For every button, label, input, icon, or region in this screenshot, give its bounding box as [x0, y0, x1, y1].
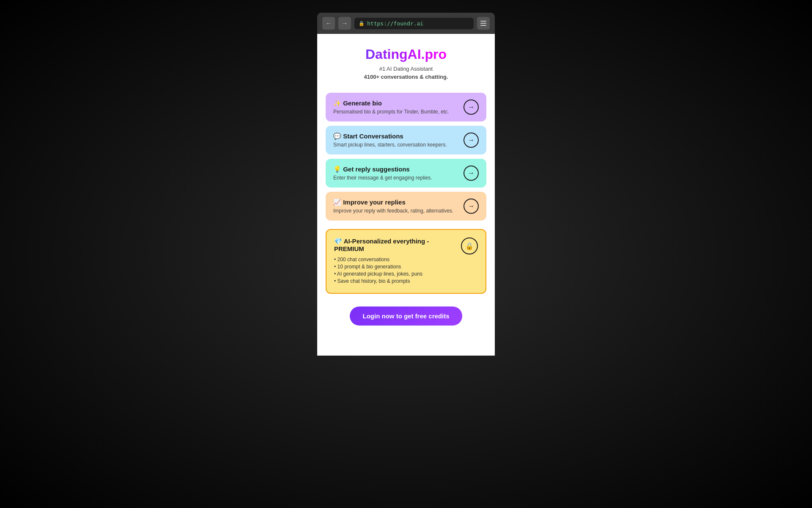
feature-card-content: 💡 Get reply suggestions Enter their mess…: [333, 166, 459, 181]
feature-card-title: ✨ Generate bio: [333, 99, 459, 107]
premium-bullet-3: • AI generated pickup lines, jokes, puns: [334, 271, 457, 277]
back-button[interactable]: ←: [322, 17, 335, 30]
feature-card-title: 💡 Get reply suggestions: [333, 166, 459, 173]
feature-card-content: 💬 Start Conversations Smart pickup lines…: [333, 133, 459, 148]
premium-title: 💎 AI-Personalized everything - PREMIUM: [334, 237, 457, 252]
start-conversations-icon: 💬: [333, 133, 341, 140]
browser-menu-button[interactable]: [477, 17, 490, 30]
feature-card-desc: Personalised bio & prompts for Tinder, B…: [333, 109, 459, 115]
address-bar[interactable]: 🔒 https://foundr.ai: [354, 18, 474, 29]
browser-toolbar: ← → 🔒 https://foundr.ai: [317, 13, 495, 34]
premium-content: 💎 AI-Personalized everything - PREMIUM •…: [334, 237, 457, 285]
premium-bullet-4: • Save chat history, bio & prompts: [334, 278, 457, 284]
generate-bio-arrow[interactable]: →: [464, 99, 479, 115]
reply-suggestions-icon: 💡: [333, 166, 341, 173]
generate-bio-icon: ✨: [333, 99, 341, 107]
premium-card[interactable]: 💎 AI-Personalized everything - PREMIUM •…: [326, 229, 486, 294]
feature-card-title: 📈 Improve your replies: [333, 199, 459, 206]
premium-bullet-2: • 10 prompt & bio generations: [334, 264, 457, 270]
premium-lock-button[interactable]: 🔒: [461, 237, 478, 254]
feature-card-desc: Smart pickup lines, starters, conversati…: [333, 142, 459, 148]
site-subtitle: #1 AI Dating Assistant: [379, 66, 433, 72]
feature-card-reply-suggestions[interactable]: 💡 Get reply suggestions Enter their mess…: [326, 159, 486, 188]
feature-card-desc: Improve your reply with feedback, rating…: [333, 208, 459, 214]
feature-card-start-conversations[interactable]: 💬 Start Conversations Smart pickup lines…: [326, 126, 486, 155]
reply-suggestions-arrow[interactable]: →: [464, 166, 479, 181]
feature-card-content: ✨ Generate bio Personalised bio & prompt…: [333, 99, 459, 115]
premium-icon: 💎: [334, 237, 344, 245]
start-conversations-arrow[interactable]: →: [464, 133, 479, 148]
browser-window: ← → 🔒 https://foundr.ai DatingAI.pro #1 …: [317, 13, 495, 356]
premium-bullet-1: • 200 chat conversations: [334, 257, 457, 262]
page-content: DatingAI.pro #1 AI Dating Assistant 4100…: [317, 34, 495, 356]
login-button[interactable]: Login now to get free credits: [350, 306, 462, 326]
site-title: DatingAI.pro: [365, 47, 447, 62]
hamburger-icon: [480, 21, 486, 26]
url-text: https://foundr.ai: [367, 20, 423, 27]
feature-card-improve-replies[interactable]: 📈 Improve your replies Improve your repl…: [326, 192, 486, 221]
feature-card-content: 📈 Improve your replies Improve your repl…: [333, 199, 459, 214]
improve-replies-arrow[interactable]: →: [464, 199, 479, 214]
feature-card-desc: Enter their message & get engaging repli…: [333, 175, 459, 181]
improve-replies-icon: 📈: [333, 199, 341, 206]
feature-card-generate-bio[interactable]: ✨ Generate bio Personalised bio & prompt…: [326, 93, 486, 121]
feature-card-title: 💬 Start Conversations: [333, 133, 459, 140]
ssl-lock-icon: 🔒: [359, 21, 365, 26]
features-list: ✨ Generate bio Personalised bio & prompt…: [326, 93, 486, 221]
site-stats: 4100+ conversations & chatting.: [364, 74, 448, 80]
forward-button[interactable]: →: [338, 17, 351, 30]
